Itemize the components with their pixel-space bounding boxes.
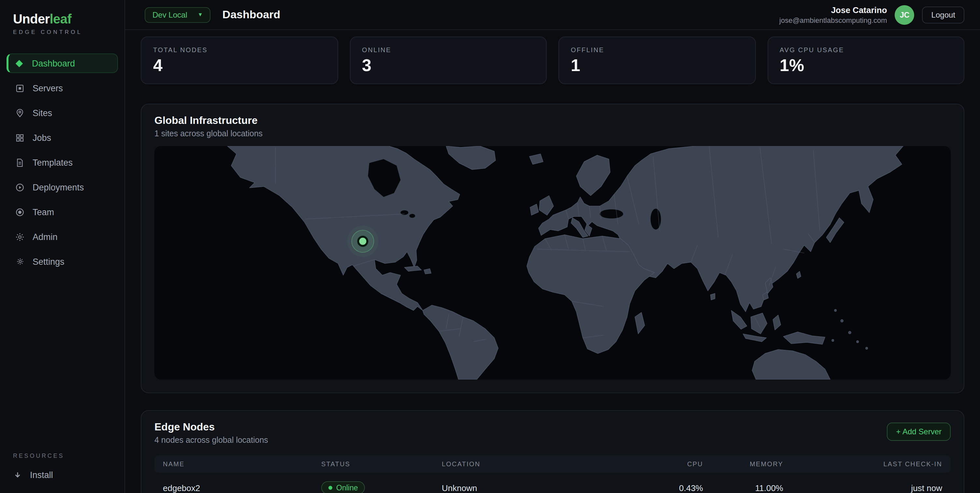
- page-title: Dashboard: [223, 8, 280, 21]
- column-header-location: LOCATION: [442, 460, 607, 467]
- servers-icon: [15, 83, 25, 93]
- gear-small-icon: [15, 257, 25, 266]
- sidebar: Underleaf EDGE CONTROL Dashboard Servers: [0, 0, 125, 493]
- sidebar-nav: Dashboard Servers Sites Jobs: [0, 53, 124, 271]
- stat-label: TOTAL NODES: [153, 46, 326, 53]
- download-icon: [13, 471, 22, 480]
- environment-label: Dev Local: [153, 10, 187, 19]
- status-badge: Online: [321, 481, 365, 493]
- node-name: edgebox2: [163, 483, 321, 493]
- world-map-container: [154, 146, 951, 380]
- play-circle-icon: [15, 182, 25, 192]
- global-infrastructure-card: Global Infrastructure 1 sites across glo…: [141, 104, 964, 393]
- logout-button[interactable]: Logout: [922, 6, 964, 23]
- brand-wordmark-accent: leaf: [50, 12, 72, 26]
- environment-selector[interactable]: Dev Local ▼: [145, 7, 211, 22]
- diamond-icon: [14, 58, 24, 68]
- sidebar-item-label: Templates: [33, 158, 73, 167]
- install-label: Install: [30, 470, 53, 480]
- sidebar-item-jobs[interactable]: Jobs: [6, 128, 118, 147]
- add-server-button[interactable]: + Add Server: [887, 423, 951, 441]
- sidebar-item-label: Jobs: [33, 133, 51, 142]
- sidebar-item-team[interactable]: Team: [6, 202, 118, 222]
- stat-value: 3: [362, 57, 534, 74]
- sidebar-item-deployments[interactable]: Deployments: [6, 177, 118, 197]
- circle-dot-icon: [15, 207, 25, 217]
- infrastructure-title: Global Infrastructure: [154, 115, 951, 126]
- sidebar-item-label: Servers: [33, 83, 63, 93]
- column-header-memory: MEMORY: [703, 460, 783, 467]
- topbar: Dev Local ▼ Dashboard Jose Catarino jose…: [125, 0, 980, 30]
- sidebar-item-label: Dashboard: [32, 58, 75, 68]
- sidebar-item-label: Settings: [33, 257, 65, 266]
- column-header-name: NAME: [163, 460, 321, 467]
- sidebar-item-label: Admin: [33, 232, 58, 242]
- main-area: Dev Local ▼ Dashboard Jose Catarino jose…: [125, 0, 980, 493]
- sidebar-item-install[interactable]: Install: [13, 470, 111, 480]
- sidebar-item-settings[interactable]: Settings: [6, 252, 118, 271]
- user-name: Jose Catarino: [779, 5, 887, 15]
- chevron-down-icon: ▼: [198, 12, 203, 17]
- edge-nodes-card: Edge Nodes 4 nodes across global locatio…: [141, 410, 964, 493]
- table-header: NAME STATUS LOCATION CPU MEMORY LAST CHE…: [154, 455, 951, 473]
- node-memory: 11.00%: [703, 483, 783, 493]
- sidebar-item-servers[interactable]: Servers: [6, 78, 118, 98]
- stat-card-online: ONLINE 3: [350, 37, 547, 84]
- edge-nodes-subtitle: 4 nodes across global locations: [154, 436, 268, 445]
- avatar[interactable]: JC: [895, 5, 915, 24]
- table-row[interactable]: edgebox2 Online Unknown 0.43% 11.00% jus…: [154, 473, 951, 493]
- column-header-cpu: CPU: [607, 460, 703, 467]
- world-map: [154, 146, 951, 380]
- stat-card-avg-cpu: AVG CPU USAGE 1%: [767, 37, 964, 84]
- dashboard-content: TOTAL NODES 4 ONLINE 3 OFFLINE 1 AVG CPU…: [125, 30, 980, 493]
- stat-card-total-nodes: TOTAL NODES 4: [141, 37, 338, 84]
- node-location: Unknown: [442, 483, 607, 493]
- column-header-last-checkin: LAST CHECK-IN: [783, 460, 942, 467]
- stat-label: ONLINE: [362, 46, 534, 53]
- sidebar-item-label: Deployments: [33, 182, 84, 192]
- document-icon: [15, 158, 25, 167]
- sidebar-item-dashboard[interactable]: Dashboard: [6, 53, 118, 73]
- status-dot-icon: [328, 486, 332, 490]
- node-cpu: 0.43%: [607, 483, 703, 493]
- edge-nodes-title: Edge Nodes: [154, 421, 268, 433]
- stats-row: TOTAL NODES 4 ONLINE 3 OFFLINE 1 AVG CPU…: [141, 37, 964, 84]
- brand-logo: Underleaf EDGE CONTROL: [0, 12, 124, 35]
- sidebar-item-label: Sites: [33, 108, 52, 118]
- node-last-checkin: just now: [783, 483, 942, 493]
- stat-value: 1%: [780, 57, 952, 74]
- stat-value: 4: [153, 57, 326, 74]
- sidebar-item-sites[interactable]: Sites: [6, 103, 118, 123]
- stat-label: AVG CPU USAGE: [780, 46, 952, 53]
- sidebar-item-label: Team: [33, 207, 54, 217]
- gear-icon: [15, 232, 25, 242]
- sidebar-resources: RESOURCES Install: [0, 453, 124, 480]
- status-label: Online: [336, 484, 358, 492]
- infrastructure-subtitle: 1 sites across global locations: [154, 129, 951, 138]
- node-status-cell: Online: [321, 481, 442, 493]
- stat-card-offline: OFFLINE 1: [558, 37, 756, 84]
- edge-nodes-titles: Edge Nodes 4 nodes across global locatio…: [154, 421, 268, 445]
- column-header-status: STATUS: [321, 460, 442, 467]
- app-window: Underleaf EDGE CONTROL Dashboard Servers: [0, 0, 980, 493]
- brand-tagline: EDGE CONTROL: [13, 29, 111, 35]
- brand-wordmark: Underleaf: [13, 12, 111, 26]
- map-pin-icon: [15, 108, 25, 118]
- user-info: Jose Catarino jose@ambientlabscomputing.…: [779, 5, 887, 24]
- grid-icon: [15, 133, 25, 142]
- user-email: jose@ambientlabscomputing.com: [779, 16, 887, 24]
- sidebar-item-templates[interactable]: Templates: [6, 153, 118, 172]
- topbar-user-area: Jose Catarino jose@ambientlabscomputing.…: [779, 5, 964, 24]
- sidebar-item-admin[interactable]: Admin: [6, 227, 118, 247]
- edge-nodes-header: Edge Nodes 4 nodes across global locatio…: [154, 421, 951, 445]
- stat-label: OFFLINE: [571, 46, 743, 53]
- resources-header: RESOURCES: [13, 453, 111, 459]
- stat-value: 1: [571, 57, 743, 74]
- site-marker[interactable]: [347, 226, 379, 257]
